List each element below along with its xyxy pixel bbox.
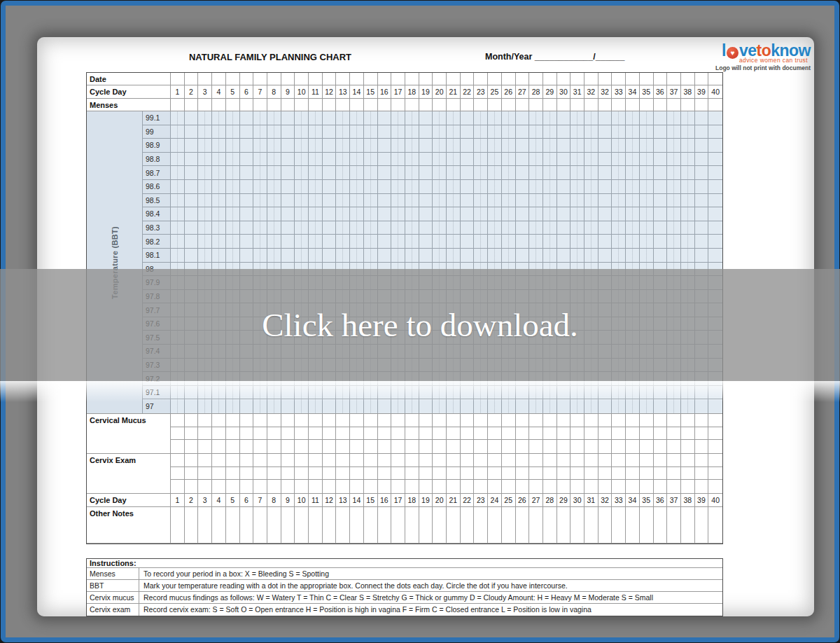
- grid-cell: [516, 99, 530, 111]
- grid-cell: [419, 467, 433, 480]
- temperature-cell: [240, 249, 254, 262]
- grid-cell: [447, 480, 461, 493]
- temperature-cell: [654, 399, 668, 413]
- grid-cell: [295, 99, 309, 111]
- temperature-cell: [391, 235, 405, 248]
- grid-cell: [323, 414, 337, 427]
- grid-cell: [226, 440, 240, 453]
- grid-cell: [612, 454, 626, 466]
- grid-cell: [626, 440, 640, 453]
- grid-cell: [171, 427, 185, 440]
- instructions-table: Instructions: MensesTo record your perio…: [86, 558, 723, 616]
- temperature-value: 98.7: [143, 166, 171, 179]
- temperature-cell: [681, 166, 695, 179]
- temperature-cell: [626, 180, 640, 193]
- temperature-cell: [212, 166, 226, 179]
- temperature-cell: [240, 153, 254, 166]
- grid-cell: [433, 454, 447, 466]
- temperature-cell: [529, 111, 543, 125]
- grid-cell: [461, 467, 475, 480]
- temperature-cell: [543, 139, 557, 152]
- other-notes-section: Other Notes: [87, 507, 722, 544]
- grid-cell: [695, 507, 709, 543]
- grid-cell: [529, 507, 543, 543]
- grid-cell: [640, 427, 654, 440]
- temperature-cell: [309, 166, 323, 179]
- cycle-day-number: 29: [543, 85, 557, 98]
- temperature-cell: [681, 180, 695, 193]
- temperature-value: 98.3: [143, 221, 171, 235]
- grid-cell: [667, 467, 681, 480]
- grid-cell: [598, 414, 612, 427]
- cycle-day-number: 31: [584, 494, 598, 506]
- temperature-cell: [612, 235, 626, 248]
- grid-cell: [185, 507, 199, 543]
- temperature-cell: [584, 166, 598, 179]
- temperature-value: 99: [143, 125, 171, 139]
- grid-cell: [378, 454, 392, 466]
- cycle-day-number: 10: [295, 494, 309, 506]
- grid-cell: [364, 414, 378, 427]
- download-overlay-banner[interactable]: Click here to download.: [0, 269, 840, 381]
- temperature-cell: [350, 399, 364, 413]
- grid-cell: [378, 99, 392, 111]
- cycle-day-number: 21: [447, 85, 461, 98]
- grid-cell: [185, 480, 199, 493]
- temperature-cell: [336, 139, 350, 152]
- temperature-cell: [654, 249, 668, 262]
- grid-cell: [240, 507, 254, 543]
- grid-cell: [198, 440, 212, 453]
- temperature-cell: [336, 153, 350, 166]
- grid-cell: [336, 440, 350, 453]
- temperature-cell: [212, 139, 226, 152]
- grid-cell: [461, 73, 475, 85]
- temperature-cell: [185, 399, 199, 413]
- temperature-cell: [598, 153, 612, 166]
- grid-cell: [350, 507, 364, 543]
- grid-cell: [474, 414, 488, 427]
- temperature-value: 98.4: [143, 207, 171, 221]
- grid-cell: [543, 427, 557, 440]
- grid-cell: [612, 73, 626, 85]
- temperature-cell: [364, 249, 378, 262]
- temperature-cell: [474, 386, 488, 399]
- grid-cell: [240, 414, 254, 427]
- grid-cell: [447, 440, 461, 453]
- temperature-cell: [240, 194, 254, 207]
- temperature-row: 98.6: [143, 180, 722, 194]
- grid-cell: [419, 73, 433, 85]
- grid-cell: [640, 99, 654, 111]
- temperature-cell: [640, 180, 654, 193]
- grid-cell: [433, 507, 447, 543]
- temperature-cell: [295, 139, 309, 152]
- cycle-day-number: 37: [667, 85, 681, 98]
- temperature-cell: [695, 249, 709, 262]
- temperature-cell: [433, 180, 447, 193]
- temperature-cell: [336, 111, 350, 125]
- grid-cell: [461, 414, 475, 427]
- grid-cell: [488, 440, 502, 453]
- instruction-row: Cervix mucusRecord mucus findings as fol…: [87, 592, 722, 604]
- other-notes-rows: [171, 507, 722, 543]
- temperature-cell: [171, 153, 185, 166]
- grid-cell: [516, 467, 530, 480]
- grid-cell: [253, 480, 267, 493]
- temperature-cell: [695, 111, 709, 125]
- grid-cell: [323, 99, 337, 111]
- grid-cell: [309, 427, 323, 440]
- temperature-cell: [419, 221, 433, 235]
- grid-cell: [584, 440, 598, 453]
- download-link-text[interactable]: Click here to download.: [262, 306, 578, 344]
- grid-cell: [253, 440, 267, 453]
- grid-cell: [543, 467, 557, 480]
- cycle-day-number: 23: [474, 85, 488, 98]
- temperature-cell: [708, 153, 722, 166]
- grid-cell: [654, 454, 668, 466]
- temperature-cell: [240, 399, 254, 413]
- temperature-cell: [281, 153, 295, 166]
- temperature-cell: [598, 180, 612, 193]
- cervical-mucus-row: [171, 414, 722, 427]
- temperature-cell: [488, 111, 502, 125]
- cycle-day-number: 26: [516, 494, 530, 506]
- temperature-cell: [364, 180, 378, 193]
